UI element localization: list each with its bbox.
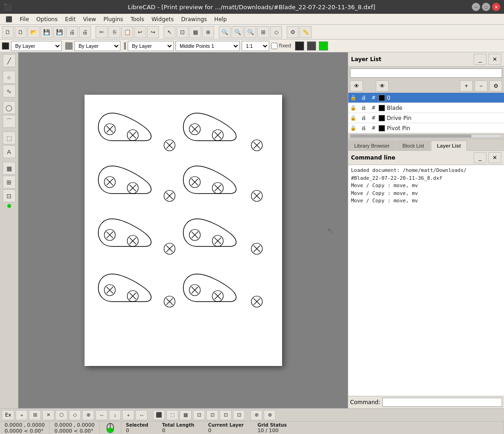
menu-app-icon[interactable]: ⬛ (2, 15, 16, 23)
menu-file[interactable]: File (16, 15, 33, 23)
menu-options[interactable]: Options (33, 15, 61, 23)
color-swatch (2, 42, 9, 50)
zoom-prev-button[interactable]: ◇ (270, 26, 282, 38)
layer-search-input[interactable] (350, 69, 502, 78)
text-tool[interactable]: A (3, 145, 16, 158)
menu-plugins[interactable]: Plugins (100, 15, 127, 23)
cmd-panel-minimize[interactable]: _ (474, 152, 487, 163)
properties-button[interactable]: ⚙ (287, 26, 299, 38)
deselect-button[interactable]: ⊡ (176, 26, 188, 38)
display-screen4[interactable]: ⊡ (233, 410, 245, 420)
layer-lock-icon: 🔒 (348, 115, 358, 121)
show-all-layers-button[interactable]: 👁 (350, 80, 363, 91)
restrict-vertical-button[interactable]: + (122, 410, 134, 420)
restrict-horizontal-button[interactable]: ↕ (109, 410, 121, 420)
fixed-checkbox[interactable] (271, 43, 277, 49)
layer-panel-minimize[interactable]: _ (474, 54, 487, 65)
zoom-out-button[interactable]: 🔍 (244, 26, 256, 38)
grid-button[interactable]: ▦ (189, 26, 201, 38)
layer-color-cell (379, 115, 385, 121)
open-button[interactable]: 📂 (28, 26, 40, 38)
print-preview-button[interactable]: 🖨 (79, 26, 91, 38)
menu-edit[interactable]: Edit (61, 15, 79, 23)
layer-scrollbar[interactable] (350, 134, 502, 138)
display-screen3[interactable]: ⊡ (220, 410, 232, 420)
cmd-line-4: Move / Copy : move, mv (351, 190, 501, 198)
hatch-tool[interactable]: ▦ (3, 162, 16, 175)
ex-label[interactable]: Ex (2, 410, 14, 420)
display-screen1[interactable]: ⊡ (193, 410, 205, 420)
tab-library-browser[interactable]: Library Browser (348, 141, 396, 150)
line-style-select[interactable]: By Layer (128, 41, 174, 51)
snap-extra-2[interactable]: ⊕ (264, 410, 276, 420)
remove-layer-button[interactable]: − (475, 80, 487, 91)
minimize-button[interactable]: ─ (472, 3, 480, 11)
menu-tools[interactable]: Tools (127, 15, 148, 23)
polyline-tool[interactable]: ⌒ (3, 115, 16, 128)
save-button[interactable]: 💾 (40, 26, 52, 38)
menu-view[interactable]: View (79, 15, 100, 23)
scale-select[interactable]: 1:1 (242, 41, 269, 51)
save-as-button[interactable]: 💾 (53, 26, 65, 38)
display-screen2[interactable]: ⊡ (206, 410, 218, 420)
image-tool[interactable]: ⊞ (3, 176, 16, 188)
tab-block-list[interactable]: Block List (396, 141, 430, 150)
circle-tool[interactable]: ○ (3, 71, 16, 84)
layer-select[interactable]: By Layer (11, 41, 62, 51)
line-tool[interactable]: ╱ (3, 54, 16, 67)
cmd-panel-close[interactable]: ✕ (488, 152, 501, 163)
snap-midpoint-button[interactable]: ◇ (69, 410, 81, 420)
layer-toolbar: 👁 👁 + − ⚙ (348, 80, 504, 93)
copy-button[interactable]: ⎘ (108, 26, 120, 38)
menu-widgets[interactable]: Widgets (148, 15, 178, 23)
zoom-fit-button[interactable]: ⊞ (257, 26, 269, 38)
paste-button[interactable]: 📋 (121, 26, 133, 38)
select-tool[interactable]: ⬚ (3, 131, 16, 144)
menu-help[interactable]: Help (210, 15, 230, 23)
display-grid[interactable]: ▦ (180, 410, 192, 420)
undo-button[interactable]: ↩ (134, 26, 146, 38)
zoom-in-button[interactable]: 🔍 (232, 26, 244, 38)
select-button[interactable]: ↖ (164, 26, 176, 38)
layer-panel-close[interactable]: ✕ (488, 54, 501, 65)
display-toggle-2[interactable]: ⬚ (166, 410, 178, 420)
drawing-paper (85, 95, 282, 366)
snap-endpoint-button[interactable]: ⬡ (56, 410, 68, 420)
tab-layer-list[interactable]: Layer List (431, 141, 467, 151)
snap-select[interactable]: Middle Points 1 (176, 41, 240, 51)
snap-points-button[interactable]: ⊞ (29, 410, 41, 420)
snap-grid-button[interactable]: + (16, 410, 28, 420)
layer-properties-button[interactable]: ⚙ (489, 80, 502, 91)
canvas-area[interactable]: ↖ (18, 52, 348, 408)
layer-row[interactable]: 🔒 🖨 # Pivot Pin (348, 123, 504, 133)
snap-center-button[interactable]: ⊕ (82, 410, 94, 420)
command-input[interactable] (382, 398, 502, 407)
snap-off-button[interactable]: ✕ (42, 410, 54, 420)
redo-button[interactable]: ↪ (147, 26, 159, 38)
snap-extra-1[interactable]: ⊕ (250, 410, 262, 420)
close-button[interactable]: ✕ (492, 3, 500, 11)
add-layer-button[interactable]: + (460, 80, 473, 91)
layer-print-icon: 🖨 (358, 95, 368, 101)
hide-all-layers-button[interactable]: 👁 (376, 80, 389, 91)
curve-tool[interactable]: ∿ (3, 85, 16, 97)
new-button[interactable]: 🗋 (2, 26, 14, 38)
layer-row[interactable]: 🔒 🖨 # 0 (348, 93, 504, 103)
menu-drawings[interactable]: Drawings (177, 15, 210, 23)
ellipse-tool[interactable]: ◯ (3, 101, 16, 114)
restrict-ortho-button[interactable]: ↔ (96, 410, 108, 420)
display-toggle-1[interactable]: ⬛ (153, 410, 165, 420)
block-tool[interactable]: ⊡ (3, 189, 16, 202)
info-button[interactable]: ↔ (136, 410, 147, 420)
layer-row[interactable]: 🔒 🖨 # Drive Pin (348, 113, 504, 123)
color-select[interactable]: By Layer (74, 41, 120, 51)
cut-button[interactable]: ✂ (96, 26, 108, 38)
layer-row[interactable]: 🔒 🖨 # Blade (348, 103, 504, 113)
zoom-realtime-button[interactable]: 🔍 (219, 26, 231, 38)
layer-lock-icon: 🔒 (348, 95, 358, 101)
maximize-button[interactable]: □ (482, 3, 490, 11)
measure-button[interactable]: 📏 (300, 26, 311, 38)
new-from-template-button[interactable]: 🗋 (15, 26, 27, 38)
snap-button[interactable]: ⊕ (202, 26, 214, 38)
print-button[interactable]: 🖨 (66, 26, 78, 38)
